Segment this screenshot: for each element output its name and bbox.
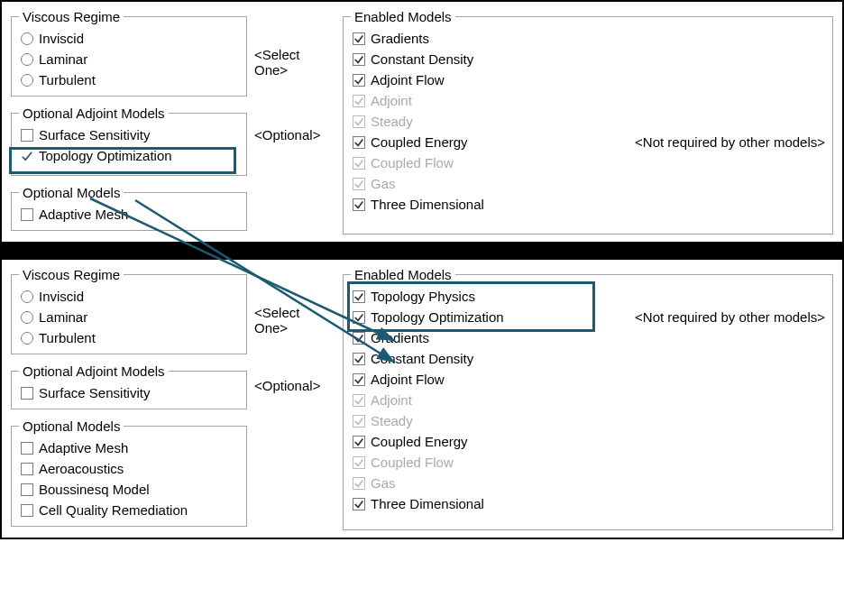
checkbox-icon bbox=[353, 74, 365, 87]
enabled-bottom-item-4[interactable]: Adjoint Flow bbox=[351, 369, 446, 390]
panel-after: Viscous Regime Inviscid Laminar Turbulen… bbox=[2, 260, 842, 538]
checkbox-icon bbox=[353, 353, 365, 365]
radio-inviscid-top[interactable]: Inviscid bbox=[19, 28, 239, 49]
checkbox-icon bbox=[353, 415, 365, 428]
enabled-top-label-6: Coupled Flow bbox=[371, 155, 454, 170]
legend-enabled-bottom: Enabled Models bbox=[351, 267, 455, 282]
enabled-top-item-2[interactable]: Adjoint Flow bbox=[351, 69, 446, 90]
enabled-bottom-label-6: Steady bbox=[371, 413, 413, 428]
enabled-top-item-8[interactable]: Three Dimensional bbox=[351, 194, 486, 215]
legend-opt-adjoint-top: Optional Adjoint Models bbox=[19, 106, 169, 121]
radio-icon bbox=[21, 32, 33, 45]
panel-before: Viscous Regime Inviscid Laminar Turbulen… bbox=[2, 2, 842, 242]
legend-opt-models-top: Optional Models bbox=[19, 185, 124, 200]
checkbox-icon bbox=[353, 373, 365, 386]
enabled-top-item-4: Steady bbox=[351, 111, 415, 132]
enabled-bottom-label-3: Constant Density bbox=[371, 351, 473, 366]
group-optional-models-bottom: Optional Models Adaptive Mesh Aeroacoust… bbox=[11, 418, 247, 527]
group-viscous-regime-top: Viscous Regime Inviscid Laminar Turbulen… bbox=[11, 9, 247, 97]
group-enabled-models-top: Enabled Models GradientsConstant Density… bbox=[343, 9, 833, 234]
enabled-bottom-label-2: Gradients bbox=[371, 330, 429, 345]
checkbox-icon bbox=[21, 129, 33, 142]
group-optional-adjoint-bottom: Optional Adjoint Models Surface Sensitiv… bbox=[11, 363, 247, 409]
checkbox-icon bbox=[353, 498, 365, 510]
enabled-bottom-label-7: Coupled Energy bbox=[371, 434, 468, 449]
radio-icon bbox=[21, 311, 33, 324]
enabled-top-label-8: Three Dimensional bbox=[371, 197, 484, 212]
hint-select-one-top: <Select One> bbox=[254, 9, 335, 78]
outer-frame: Viscous Regime Inviscid Laminar Turbulen… bbox=[0, 0, 844, 539]
enabled-top-label-7: Gas bbox=[371, 176, 396, 191]
checkbox-icon bbox=[353, 456, 365, 469]
checkbox-icon bbox=[353, 290, 365, 303]
enabled-bottom-item-7[interactable]: Coupled Energy bbox=[351, 431, 470, 452]
enabled-top-item-7: Gas bbox=[351, 173, 398, 194]
enabled-bottom-item-6: Steady bbox=[351, 410, 415, 431]
checkbox-icon bbox=[21, 463, 33, 475]
enabled-bottom-label-9: Gas bbox=[371, 475, 396, 491]
enabled-top-item-1[interactable]: Constant Density bbox=[351, 49, 475, 69]
radio-turbulent-top[interactable]: Turbulent bbox=[19, 69, 239, 90]
enabled-bottom-item-3[interactable]: Constant Density bbox=[351, 348, 475, 369]
check-adaptive-mesh-bottom[interactable]: Adaptive Mesh bbox=[19, 437, 239, 458]
group-enabled-models-bottom: Enabled Models Topology PhysicsTopology … bbox=[343, 267, 833, 530]
group-optional-models-top: Optional Models Adaptive Mesh bbox=[11, 185, 247, 231]
checkbox-icon bbox=[21, 442, 33, 455]
enabled-top-label-5: Coupled Energy bbox=[371, 134, 468, 150]
radio-icon bbox=[21, 53, 33, 66]
check-boussinesq-bottom[interactable]: Boussinesq Model bbox=[19, 479, 239, 500]
checkbox-icon bbox=[353, 157, 365, 170]
checkbox-icon bbox=[353, 115, 365, 128]
checkbox-icon bbox=[353, 477, 365, 490]
enabled-top-item-3: Adjoint bbox=[351, 90, 414, 111]
radio-inviscid-bottom[interactable]: Inviscid bbox=[19, 286, 239, 307]
panel-divider bbox=[2, 242, 842, 260]
check-surface-sensitivity-top[interactable]: Surface Sensitivity bbox=[19, 124, 239, 145]
checkbox-icon bbox=[21, 483, 33, 496]
checkbox-icon bbox=[21, 504, 33, 517]
radio-icon bbox=[21, 332, 33, 345]
check-adaptive-mesh-top[interactable]: Adaptive Mesh bbox=[19, 204, 239, 225]
enabled-bottom-item-10[interactable]: Three Dimensional bbox=[351, 493, 486, 514]
checkbox-icon bbox=[353, 136, 365, 149]
radio-laminar-top[interactable]: Laminar bbox=[19, 49, 239, 69]
group-optional-adjoint-top: Optional Adjoint Models Surface Sensitiv… bbox=[11, 106, 247, 176]
check-icon bbox=[21, 150, 33, 162]
radio-laminar-bottom[interactable]: Laminar bbox=[19, 307, 239, 327]
checkbox-icon bbox=[353, 436, 365, 448]
check-topology-optimization-top[interactable]: Topology Optimization bbox=[19, 145, 239, 166]
enabled-top-item-0[interactable]: Gradients bbox=[351, 28, 431, 49]
enabled-top-item-5[interactable]: Coupled Energy bbox=[351, 132, 470, 152]
checkbox-icon bbox=[21, 208, 33, 221]
checkbox-icon bbox=[353, 178, 365, 190]
enabled-bottom-item-1[interactable]: Topology Optimization bbox=[351, 307, 506, 327]
enabled-bottom-item-0[interactable]: Topology Physics bbox=[351, 286, 477, 307]
enabled-bottom-label-1: Topology Optimization bbox=[371, 309, 504, 325]
enabled-top-note-5: <Not required by other models> bbox=[635, 134, 825, 150]
check-surface-sensitivity-bottom[interactable]: Surface Sensitivity bbox=[19, 382, 239, 403]
enabled-top-item-6: Coupled Flow bbox=[351, 152, 455, 173]
checkbox-icon bbox=[353, 311, 365, 324]
enabled-bottom-label-0: Topology Physics bbox=[371, 289, 475, 304]
checkbox-icon bbox=[21, 387, 33, 400]
hint-optional-bottom: <Optional> bbox=[254, 363, 335, 393]
checkbox-icon bbox=[353, 332, 365, 345]
check-aeroacoustics-bottom[interactable]: Aeroacoustics bbox=[19, 458, 239, 479]
enabled-top-label-2: Adjoint Flow bbox=[371, 72, 445, 87]
check-cell-quality-bottom[interactable]: Cell Quality Remediation bbox=[19, 500, 239, 520]
enabled-bottom-item-2[interactable]: Gradients bbox=[351, 327, 431, 348]
checkbox-icon bbox=[353, 198, 365, 211]
enabled-bottom-label-5: Adjoint bbox=[371, 392, 412, 408]
enabled-top-label-3: Adjoint bbox=[371, 93, 412, 108]
enabled-top-label-0: Gradients bbox=[371, 31, 429, 46]
enabled-top-label-1: Constant Density bbox=[371, 51, 473, 67]
group-viscous-regime-bottom: Viscous Regime Inviscid Laminar Turbulen… bbox=[11, 267, 247, 354]
hint-select-one-bottom: <Select One> bbox=[254, 267, 335, 336]
checkbox-icon bbox=[353, 95, 365, 107]
radio-icon bbox=[21, 74, 33, 87]
legend-viscous-bottom: Viscous Regime bbox=[19, 267, 124, 282]
legend-opt-models-bottom: Optional Models bbox=[19, 418, 124, 434]
legend-viscous-top: Viscous Regime bbox=[19, 9, 124, 24]
radio-turbulent-bottom[interactable]: Turbulent bbox=[19, 327, 239, 348]
legend-opt-adjoint-bottom: Optional Adjoint Models bbox=[19, 363, 169, 379]
